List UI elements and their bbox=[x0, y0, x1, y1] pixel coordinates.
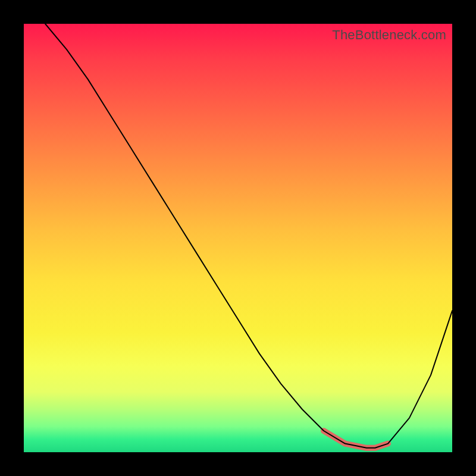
chart-plot-area: TheBottleneck.com bbox=[24, 24, 452, 452]
bottleneck-curve bbox=[45, 24, 452, 448]
bottleneck-curve-svg bbox=[24, 24, 452, 452]
